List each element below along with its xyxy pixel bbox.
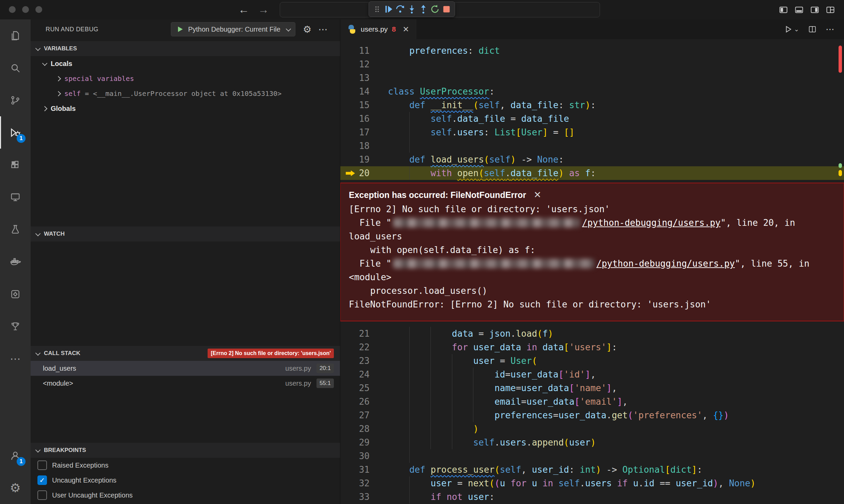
forward-icon[interactable]: → [258,3,269,16]
accounts-icon[interactable]: 1 [0,439,31,472]
settings-gear-icon[interactable]: ⚙ [0,472,31,504]
line-number[interactable]: 13 [340,71,370,85]
step-out-icon[interactable] [418,3,429,16]
search-icon[interactable] [0,52,31,84]
step-over-icon[interactable] [395,3,406,16]
docker-icon[interactable] [0,246,31,278]
code-line-12[interactable]: 12 [340,57,844,71]
split-editor-icon[interactable] [808,25,817,34]
line-number[interactable]: 16 [340,112,370,125]
code-line-29[interactable]: 29 self.users.append(user) [340,436,844,449]
globals-scope-row[interactable]: Globals [31,101,340,116]
line-number[interactable]: 15 [340,98,370,112]
breakpoint-row[interactable]: Raised Exceptions [31,458,340,473]
code-line-21[interactable]: 21 data = json.load(f) [340,327,844,340]
line-number[interactable]: 12 [340,57,370,71]
code-line-24[interactable]: 24 id=user_data['id'], [340,368,844,381]
variables-section-header[interactable]: VARIABLES [31,41,340,56]
code-line-26[interactable]: 26 email=user_data['email'], [340,395,844,408]
code-line-27[interactable]: 27 preferences=user_data.get('preference… [340,408,844,422]
customize-layout-icon[interactable] [826,5,835,15]
source-control-icon[interactable] [0,84,31,116]
trophy-icon[interactable] [0,310,31,342]
line-number[interactable]: 19 [340,153,370,166]
toggle-panel-icon[interactable] [794,5,804,15]
run-and-debug-icon[interactable]: 1 [0,116,31,149]
tab-users-py[interactable]: users.py 8 ✕ [340,19,416,39]
run-dropdown-chevron-icon[interactable]: ⌄ [794,26,799,33]
line-number[interactable]: 29 [340,436,370,449]
code-line-14[interactable]: 14class UserProcessor: [340,85,844,98]
line-number[interactable]: 26 [340,395,370,408]
debug-config-dropdown[interactable]: Python Debugger: Current File [171,22,295,36]
call-stack-section-header[interactable]: CALL STACK [Errno 2] No such file or dir… [31,346,340,361]
raised-exceptions-checkbox[interactable] [37,460,47,470]
toggle-secondary-sidebar-icon[interactable] [810,5,819,15]
stack-file-link[interactable]: /python-debugging/users.py [596,258,735,269]
code-line-31[interactable]: 31 def process_user(self, user_id: int) … [340,463,844,476]
line-number[interactable]: 20 [340,166,370,180]
watch-section-header[interactable]: WATCH [31,226,340,241]
line-number[interactable]: 25 [340,381,370,395]
line-number[interactable]: 32 [340,476,370,490]
line-number[interactable]: 11 [340,44,370,57]
debug-more-actions-icon[interactable]: ⋯ [318,24,328,35]
explorer-icon[interactable] [0,19,31,52]
code-line-25[interactable]: 25 name=user_data['name'], [340,381,844,395]
code-line-16[interactable]: 16 self.data_file = data_file [340,112,844,125]
configure-gear-icon[interactable]: ⚙ [303,24,311,35]
line-number[interactable]: 28 [340,422,370,436]
dev-containers-icon[interactable] [0,278,31,310]
stack-frame-row[interactable]: <module> users.py 55:1 [31,376,340,391]
restart-icon[interactable] [429,3,440,16]
breakpoints-section-header[interactable]: BREAKPOINTS [31,443,340,458]
self-variable-row[interactable]: self = <__main__.UserProcessor object at… [31,86,340,101]
stack-frame-row[interactable]: load_users users.py 20:1 [31,361,340,376]
testing-icon[interactable] [0,213,31,246]
line-number[interactable]: 17 [340,125,370,139]
minimize-window-button[interactable] [22,6,29,13]
code-line-22[interactable]: 22 for user_data in data['users']: [340,340,844,354]
code-line-15[interactable]: 15 def __init__(self, data_file: str): [340,98,844,112]
line-number[interactable]: 31 [340,463,370,476]
code-line-30[interactable]: 30 [340,449,844,463]
code-line-17[interactable]: 17 self.users: List[User] = [] [340,125,844,139]
code-line-32[interactable]: 32 user = next((u for u in self.users if… [340,476,844,490]
locals-scope-row[interactable]: Locals [31,56,340,71]
step-into-icon[interactable] [406,3,417,16]
line-number[interactable]: 30 [340,449,370,463]
code-area[interactable]: 11 preferences: dict121314class UserProc… [340,39,844,504]
line-number[interactable]: 24 [340,368,370,381]
remote-explorer-icon[interactable] [0,181,31,213]
code-line-11[interactable]: 11 preferences: dict [340,44,844,57]
breakpoint-row[interactable]: ✓ Uncaught Exceptions [31,473,340,488]
code-line-28[interactable]: 28 ) [340,422,844,436]
line-number[interactable]: 21 [340,327,370,340]
run-python-file-button[interactable]: ⌄ [784,25,799,34]
line-number[interactable]: 23 [340,354,370,368]
code-line-19[interactable]: 19 def load_users(self) -> None: [340,153,844,166]
close-tab-icon[interactable]: ✕ [403,25,409,34]
line-number[interactable]: 14 [340,85,370,98]
start-debugging-icon[interactable] [176,25,184,33]
code-line-18[interactable]: 18 [340,139,844,153]
toggle-sidebar-icon[interactable] [779,5,788,15]
code-line-23[interactable]: 23 user = User( [340,354,844,368]
editor-more-actions-icon[interactable]: ⋯ [826,24,834,35]
line-number[interactable]: 18 [340,139,370,153]
uncaught-exceptions-checkbox[interactable]: ✓ [37,475,47,485]
extensions-icon[interactable] [0,149,31,181]
code-line-20[interactable]: 20 with open(self.data_file) as f: [340,166,844,180]
line-number[interactable]: 27 [340,408,370,422]
user-uncaught-exceptions-checkbox[interactable] [37,490,47,500]
close-exception-icon[interactable]: ✕ [534,188,541,202]
debug-continue-icon[interactable] [383,3,394,16]
close-window-button[interactable] [9,6,16,13]
code-line-13[interactable]: 13 [340,71,844,85]
back-icon[interactable]: ← [238,3,249,16]
breakpoint-row[interactable]: User Uncaught Exceptions [31,488,340,503]
code-line-33[interactable]: 33 if not user: [340,490,844,504]
special-variables-row[interactable]: special variables [31,71,340,86]
zoom-window-button[interactable] [35,6,42,13]
drag-handle-icon[interactable] [372,3,383,16]
